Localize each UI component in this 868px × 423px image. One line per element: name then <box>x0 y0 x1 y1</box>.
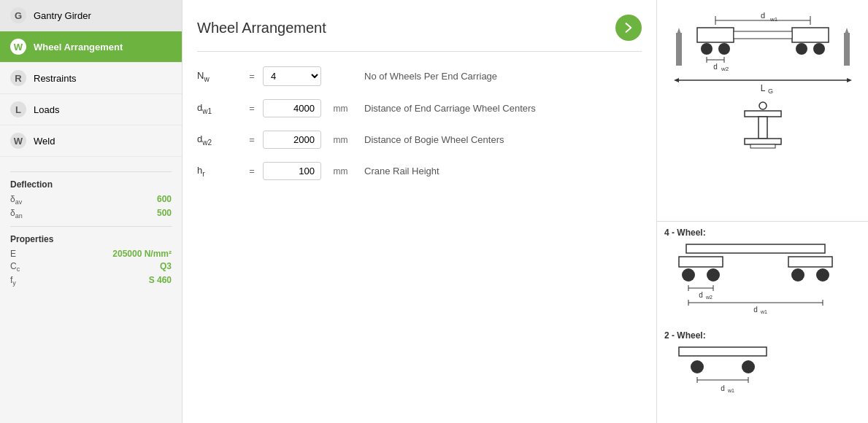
deflection-an-row: δan 500 <box>10 208 172 220</box>
sidebar-item-restraints[interactable]: R Restraints <box>0 63 182 94</box>
property-cc-label: Cc <box>10 261 20 273</box>
next-button[interactable] <box>615 15 642 41</box>
dw2-unit: mm <box>324 135 357 145</box>
svg-point-37 <box>816 268 829 282</box>
two-wheel-diagram-svg: d w1 <box>664 344 781 402</box>
svg-marker-25 <box>844 28 850 36</box>
hr-description: Crane Rail Height <box>364 166 439 176</box>
svg-rect-5 <box>697 28 734 42</box>
sidebar-label-restraints: Restraints <box>34 73 77 84</box>
sidebar-label-gantry-girder: Gantry Girder <box>34 10 91 21</box>
dw1-unit: mm <box>324 104 357 114</box>
dw2-equals: = <box>241 134 263 145</box>
two-wheel-label: 2 - Wheel: <box>664 330 861 341</box>
property-fy-value: S 460 <box>149 275 172 287</box>
four-wheel-label: 4 - Wheel: <box>664 228 861 238</box>
deflection-title: Deflection <box>10 179 172 190</box>
hr-row: hr = mm Crane Rail Height <box>197 162 642 180</box>
svg-rect-30 <box>750 144 775 148</box>
svg-rect-35 <box>788 257 832 267</box>
svg-text:d: d <box>761 11 765 20</box>
dw1-description: Distance of End Carriage Wheel Centers <box>364 103 536 114</box>
svg-marker-19 <box>847 78 852 82</box>
svg-rect-11 <box>734 31 792 39</box>
property-cc-row: Cc Q3 <box>10 261 172 273</box>
sidebar-letter-w2: W <box>10 133 26 149</box>
sidebar-item-loads[interactable]: L Loads <box>0 94 182 125</box>
dw2-row: dw2 = mm Distance of Bogie Wheel Centers <box>197 131 642 149</box>
deflection-av-row: δav 600 <box>10 194 172 206</box>
svg-point-49 <box>691 360 704 373</box>
svg-marker-23 <box>676 28 682 36</box>
hr-unit: mm <box>324 166 357 176</box>
svg-text:w2: w2 <box>705 295 713 300</box>
page-title: Wheel Arrangement <box>197 20 326 36</box>
svg-point-36 <box>791 268 804 282</box>
main-header: Wheel Arrangement <box>197 15 642 52</box>
main-content: Wheel Arrangement Nw = 4 2 8 No of Wheel… <box>183 0 656 423</box>
svg-text:L: L <box>761 83 766 93</box>
dw1-input[interactable] <box>263 99 321 117</box>
sidebar-item-gantry-girder[interactable]: G Gantry Girder <box>0 0 182 31</box>
dw2-input[interactable] <box>263 131 321 149</box>
svg-text:w1: w1 <box>760 309 767 314</box>
dw1-label: dw1 <box>197 102 241 115</box>
sidebar-letter-l: L <box>10 101 26 117</box>
svg-text:w2: w2 <box>721 66 729 72</box>
dw1-equals: = <box>241 103 263 114</box>
deflection-av-label: δav <box>10 194 22 206</box>
hr-label: hr <box>197 165 241 178</box>
sidebar-item-wheel-arrangement[interactable]: W Wheel Arrangement <box>0 31 182 63</box>
svg-marker-18 <box>674 78 679 82</box>
svg-text:d: d <box>721 384 725 392</box>
top-diagram-svg: d w1 d w2 L G <box>664 7 861 212</box>
bottom-diagram: 4 - Wheel: d w2 d w1 <box>657 222 868 423</box>
svg-point-26 <box>759 102 767 109</box>
nw-label: Nw <box>197 70 241 83</box>
svg-point-10 <box>813 43 825 55</box>
svg-point-6 <box>701 43 713 55</box>
nw-row: Nw = 4 2 8 No of Wheels Per End Carriage <box>197 66 642 86</box>
sidebar-label-wheel-arrangement: Wheel Arrangement <box>34 42 123 53</box>
svg-rect-28 <box>758 117 767 139</box>
sidebar-item-weld[interactable]: W Weld <box>0 125 182 157</box>
svg-text:G: G <box>768 88 773 95</box>
svg-rect-8 <box>792 28 829 42</box>
top-diagram: d w1 d w2 L G <box>657 0 868 222</box>
svg-text:d: d <box>713 63 718 71</box>
right-panel: d w1 d w2 L G <box>656 0 868 423</box>
svg-point-7 <box>718 43 730 55</box>
svg-point-34 <box>707 268 720 282</box>
property-e-value: 205000 N/mm² <box>112 249 172 259</box>
nw-select[interactable]: 4 2 8 <box>263 66 321 86</box>
sidebar: G Gantry Girder W Wheel Arrangement R Re… <box>0 0 183 423</box>
dw2-description: Distance of Bogie Wheel Centers <box>364 134 504 145</box>
sidebar-letter-r: R <box>10 70 26 86</box>
deflection-av-value: 600 <box>157 194 172 206</box>
property-fy-row: fy S 460 <box>10 275 172 287</box>
svg-point-50 <box>742 360 755 373</box>
dw1-row: dw1 = mm Distance of End Carriage Wheel … <box>197 99 642 117</box>
properties-title: Properties <box>10 234 172 244</box>
sidebar-letter-g: G <box>10 7 26 23</box>
arrow-right-icon <box>621 20 636 35</box>
svg-rect-29 <box>745 139 781 144</box>
sidebar-label-loads: Loads <box>34 104 59 115</box>
svg-rect-32 <box>679 257 723 267</box>
dw2-label: dw2 <box>197 133 241 147</box>
svg-rect-31 <box>686 244 825 253</box>
svg-rect-48 <box>679 347 767 356</box>
sidebar-letter-w1: W <box>10 39 26 55</box>
nw-description: No of Wheels Per End Carriage <box>364 71 497 82</box>
svg-text:d: d <box>753 306 758 314</box>
property-e-row: E 205000 N/mm² <box>10 249 172 259</box>
hr-input[interactable] <box>263 162 321 180</box>
sidebar-label-weld: Weld <box>34 136 55 147</box>
deflection-an-label: δan <box>10 208 23 220</box>
svg-point-9 <box>796 43 807 55</box>
svg-text:w1: w1 <box>769 16 778 23</box>
svg-text:w1: w1 <box>727 388 734 393</box>
svg-text:d: d <box>699 291 703 299</box>
deflection-an-value: 500 <box>157 208 172 220</box>
svg-rect-27 <box>745 111 781 117</box>
